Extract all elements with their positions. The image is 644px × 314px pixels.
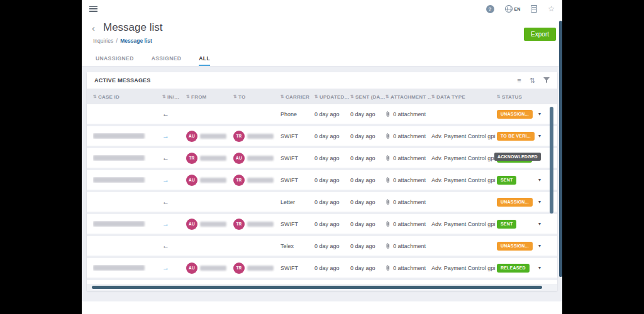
export-button[interactable]: Export	[524, 28, 556, 41]
filter-icon[interactable]	[543, 77, 550, 84]
page-scrollbar[interactable]	[559, 21, 562, 277]
direction-cell: ←	[162, 154, 186, 161]
menu-icon[interactable]	[89, 6, 97, 12]
breadcrumb-parent[interactable]: Inquiries	[93, 38, 113, 44]
redacted-case-id	[93, 133, 145, 139]
table-header-row: ⇅CASE ID⇅IN/…⇅FROM⇅TO⇅CARRIER⇅UPDATED…⇅S…	[87, 89, 557, 104]
status-badge: UNASSIGN...	[497, 198, 533, 207]
column-header[interactable]: ⇅CASE ID	[93, 94, 162, 100]
screen: ? EN ☆ ‹ Message list Inquiries / Messag…	[0, 0, 644, 314]
direction-arrow-icon: ←	[162, 198, 169, 205]
row-expand-caret-icon[interactable]: ▾	[538, 265, 541, 271]
column-header[interactable]: ⇅IN/…	[162, 94, 186, 100]
table-vertical-scrollbar[interactable]	[550, 107, 553, 214]
language-selector[interactable]: EN	[505, 5, 521, 13]
carrier-cell: Phone	[280, 111, 314, 117]
help-icon[interactable]: ?	[486, 5, 494, 13]
docs-icon[interactable]	[531, 5, 537, 13]
sent-cell: 0 day ago	[350, 221, 386, 227]
sent-cell: 0 day ago	[350, 133, 386, 139]
status-tooltip: ACKNOWLEDGED	[494, 153, 541, 161]
table-row[interactable]: → AU TR SWIFT 0 day ago 0 day ago 0 atta…	[87, 126, 557, 148]
paperclip-icon	[386, 155, 391, 161]
attachment-cell: 0 attachment	[386, 199, 431, 205]
updated-cell: 0 day ago	[314, 243, 350, 249]
star-icon[interactable]: ☆	[548, 5, 555, 13]
sent-cell: 0 day ago	[350, 155, 386, 161]
table-row[interactable]: ← Phone 0 day ago 0 day ago 0 attachment…	[87, 104, 557, 126]
direction-arrow-icon: →	[162, 176, 169, 183]
redacted-from-name	[200, 178, 226, 183]
panel-header: ACTIVE MESSAGES ≡ ⇅	[87, 72, 557, 89]
column-header[interactable]: ⇅FROM	[186, 94, 233, 100]
attachment-count: 0 attachment	[393, 111, 426, 117]
column-header[interactable]: ⇅DATA TYPE	[431, 94, 497, 100]
from-avatar: AU	[186, 219, 197, 230]
paperclip-icon	[386, 199, 391, 205]
updated-cell: 0 day ago	[314, 155, 350, 161]
redacted-to-name	[247, 178, 274, 183]
page-header: ‹ Message list Inquiries / Message list …	[82, 18, 562, 50]
row-expand-caret-icon[interactable]: ▾	[538, 133, 541, 139]
to-cell: AU	[233, 153, 280, 164]
data-type-cell: Adv. Payment Control gpi mes...	[431, 221, 497, 227]
from-cell: AU	[186, 175, 233, 186]
sort-icon[interactable]: ⇅	[530, 77, 535, 84]
to-cell: TR	[233, 219, 280, 230]
table-horizontal-scrollbar[interactable]	[92, 286, 542, 289]
row-expand-caret-icon[interactable]: ▾	[538, 199, 541, 205]
column-header[interactable]: ⇅CARRIER	[280, 94, 314, 100]
back-button[interactable]: ‹	[92, 23, 95, 33]
table-row[interactable]: ← Telex 0 day ago 0 day ago 0 attachment…	[87, 236, 557, 258]
attachment-count: 0 attachment	[393, 133, 426, 139]
table-row[interactable]: → AU TR SWIFT 0 day ago 0 day ago 0 atta…	[87, 214, 557, 236]
attachment-cell: 0 attachment	[386, 177, 431, 183]
from-cell: AU	[186, 131, 233, 142]
sort-arrows-icon: ⇅	[350, 94, 354, 99]
case-id-cell	[93, 221, 162, 227]
status-cell: UNASSIGN...	[497, 198, 538, 207]
redacted-case-id	[93, 221, 145, 227]
case-id-cell	[93, 265, 162, 271]
row-expand-caret-icon[interactable]: ▾	[538, 111, 541, 117]
row-expand-caret-icon[interactable]: ▾	[538, 243, 541, 249]
column-header[interactable]: ⇅UPDATED…	[314, 94, 350, 100]
tab-all[interactable]: ALL	[199, 50, 210, 66]
column-header[interactable]: ⇅SENT (DA…	[350, 94, 386, 100]
caret-cell: ▾	[538, 133, 557, 139]
table-body: ← Phone 0 day ago 0 day ago 0 attachment…	[87, 104, 557, 280]
columns-icon[interactable]: ≡	[517, 77, 521, 84]
paperclip-icon	[386, 221, 391, 227]
direction-cell: →	[162, 176, 186, 183]
column-header[interactable]: ⇅ATTACHMENT …	[386, 94, 431, 100]
sort-arrows-icon: ⇅	[314, 94, 318, 99]
sort-arrows-icon: ⇅	[280, 94, 284, 99]
redacted-from-name	[200, 266, 226, 271]
from-cell	[186, 241, 233, 252]
column-header[interactable]: ⇅TO	[233, 94, 280, 100]
tab-assigned[interactable]: ASSIGNED	[152, 50, 182, 66]
attachment-cell: 0 attachment	[386, 111, 431, 117]
status-badge: SENT	[497, 176, 516, 185]
case-id-cell	[93, 177, 162, 183]
row-expand-caret-icon[interactable]: ▾	[538, 177, 541, 183]
attachment-count: 0 attachment	[393, 155, 426, 161]
status-cell: UNASSIGN...	[497, 242, 538, 251]
sort-arrows-icon: ⇅	[186, 94, 190, 99]
direction-arrow-icon: →	[162, 220, 169, 227]
table-row[interactable]: → AU TR SWIFT 0 day ago 0 day ago 0 atta…	[87, 170, 557, 192]
table-row[interactable]: → AU TR SWIFT 0 day ago 0 day ago 0 atta…	[87, 258, 557, 280]
carrier-cell: SWIFT	[280, 177, 314, 183]
panel-title: ACTIVE MESSAGES	[94, 77, 151, 84]
direction-cell: ←	[162, 242, 186, 249]
status-badge: UNASSIGN...	[497, 242, 533, 251]
table-row[interactable]: ← TR AU SWIFT 0 day ago 0 day ago 0 atta…	[87, 148, 557, 170]
row-expand-caret-icon[interactable]: ▾	[538, 221, 541, 227]
column-header[interactable]: ⇅STATUS	[497, 94, 538, 100]
horizontal-scrollbar-track	[87, 284, 557, 291]
to-avatar: AU	[233, 153, 245, 164]
caret-cell: ▾	[538, 177, 557, 183]
table-row[interactable]: ← Letter 0 day ago 0 day ago 0 attachmen…	[87, 192, 557, 214]
tab-unassigned[interactable]: UNASSIGNED	[96, 50, 134, 66]
topbar-actions: ? EN ☆	[486, 5, 555, 13]
